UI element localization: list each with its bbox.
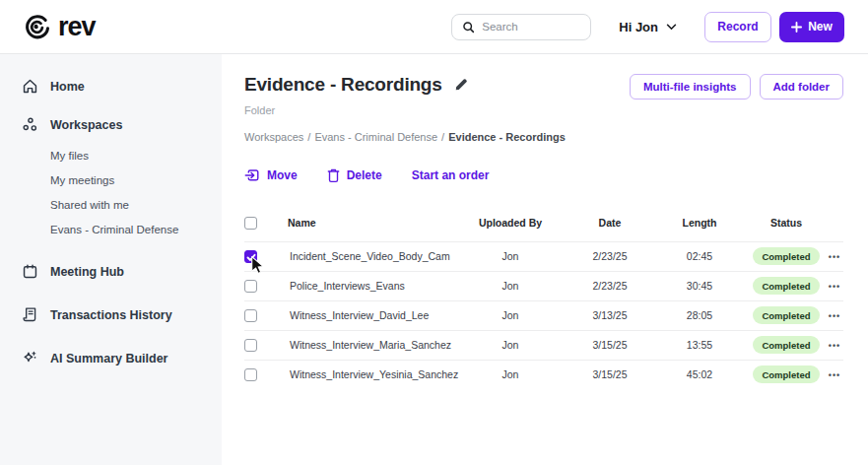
file-name[interactable]: Witness_Interview_David_Lee	[288, 300, 453, 330]
trash-icon	[326, 167, 341, 183]
move-label: Move	[267, 168, 298, 182]
status-badge: Completed	[753, 336, 819, 354]
delete-label: Delete	[347, 168, 382, 182]
row-menu-button[interactable]: •••	[829, 341, 840, 351]
column-header-uploaded-by[interactable]: Uploaded By	[453, 210, 568, 241]
breadcrumb-separator: /	[307, 131, 310, 143]
length: 28:05	[652, 300, 747, 330]
sidebar-item-my-meetings[interactable]: My meetings	[50, 167, 222, 192]
length: 02:45	[652, 241, 747, 271]
sparkles-icon	[22, 350, 38, 367]
column-header-name[interactable]: Name	[288, 210, 453, 241]
table-row: Incident_Scene_Video_Body_Cam Jon 2/23/2…	[244, 241, 843, 271]
sidebar-item-meeting-hub[interactable]: Meeting Hub	[22, 263, 222, 280]
sidebar-item-evans-criminal-defense[interactable]: Evans - Criminal Defense	[50, 217, 222, 241]
folder-subtitle: Folder	[244, 104, 566, 116]
rev-logo: rev	[24, 12, 96, 42]
row-checkbox[interactable]	[244, 339, 257, 352]
file-name[interactable]: Incident_Scene_Video_Body_Cam	[288, 241, 453, 271]
search-icon	[462, 21, 475, 33]
new-button-label: New	[808, 20, 833, 33]
select-all-checkbox[interactable]	[244, 217, 257, 230]
date: 2/23/25	[568, 241, 652, 271]
sidebar: Home Workspaces My files My meetings Sha…	[0, 54, 222, 465]
row-menu-button[interactable]: •••	[829, 282, 840, 292]
date: 3/13/25	[568, 300, 652, 330]
file-name[interactable]: Police_Interviews_Evans	[288, 271, 453, 300]
search-input[interactable]	[482, 21, 570, 33]
multi-file-insights-button[interactable]: Multi-file insights	[630, 74, 751, 100]
status-badge: Completed	[753, 365, 819, 383]
breadcrumb-separator: /	[441, 131, 444, 143]
sidebar-item-label: Transactions History	[50, 308, 172, 322]
sidebar-item-transactions-history[interactable]: Transactions History	[22, 306, 222, 323]
topbar: rev Hi Jon Record New	[0, 0, 868, 54]
sidebar-item-my-files[interactable]: My files	[50, 143, 222, 167]
recordings-table: Name Uploaded By Date Length Status	[244, 210, 843, 389]
file-name[interactable]: Witness_Interview_Yesinia_Sanchez	[288, 360, 453, 389]
table-row: Witness_Interview_David_Lee Jon 3/13/25 …	[244, 300, 843, 330]
file-name[interactable]: Witness_Interview_Maria_Sanchez	[288, 330, 453, 360]
sidebar-item-workspaces[interactable]: Workspaces	[22, 116, 222, 133]
calendar-icon	[22, 263, 38, 280]
column-header-date[interactable]: Date	[568, 210, 652, 241]
row-checkbox[interactable]	[244, 280, 257, 293]
table-row: Witness_Interview_Maria_Sanchez Jon 3/15…	[244, 330, 843, 360]
workspaces-sublist: My files My meetings Shared with me Evan…	[50, 143, 222, 241]
delete-button[interactable]: Delete	[326, 167, 382, 183]
sidebar-item-shared-with-me[interactable]: Shared with me	[50, 192, 222, 217]
table-row: Witness_Interview_Yesinia_Sanchez Jon 3/…	[244, 360, 843, 389]
breadcrumb: Workspaces/Evans - Criminal Defense/Evid…	[244, 131, 566, 143]
status-badge: Completed	[753, 306, 819, 324]
new-button[interactable]: New	[779, 12, 844, 42]
add-folder-button[interactable]: Add folder	[760, 74, 844, 100]
uploaded-by: Jon	[453, 241, 568, 271]
row-checkbox[interactable]	[244, 309, 257, 322]
logo-text: rev	[58, 12, 96, 42]
move-button[interactable]: Move	[244, 166, 298, 183]
row-menu-button[interactable]: •••	[829, 370, 840, 380]
toolbar: Move Delete Start an order	[244, 166, 843, 183]
uploaded-by: Jon	[453, 360, 568, 389]
chevron-down-icon	[666, 24, 677, 31]
search-box[interactable]	[451, 14, 591, 40]
column-header-status[interactable]: Status	[747, 210, 826, 241]
sidebar-item-label: AI Summary Builder	[50, 352, 167, 365]
date: 3/15/25	[568, 330, 652, 360]
uploaded-by: Jon	[453, 330, 568, 360]
row-menu-button[interactable]: •••	[829, 252, 840, 262]
column-header-length[interactable]: Length	[652, 210, 747, 241]
plus-icon	[791, 22, 802, 33]
row-menu-button[interactable]: •••	[829, 311, 840, 321]
sidebar-item-label: Meeting Hub	[50, 265, 124, 279]
workspaces-icon	[22, 116, 38, 133]
uploaded-by: Jon	[453, 300, 568, 330]
row-checkbox[interactable]	[244, 368, 257, 381]
page-title: Evidence - Recordings	[244, 74, 442, 96]
rev-logo-icon	[24, 13, 51, 40]
record-button[interactable]: Record	[704, 12, 771, 42]
uploaded-by: Jon	[453, 271, 568, 300]
status-badge: Completed	[753, 247, 819, 265]
breadcrumb-evans[interactable]: Evans - Criminal Defense	[314, 131, 437, 143]
move-icon	[244, 166, 261, 183]
sidebar-item-ai-summary-builder[interactable]: AI Summary Builder	[22, 350, 222, 367]
user-menu-label: Hi Jon	[619, 20, 658, 34]
user-menu[interactable]: Hi Jon	[619, 20, 677, 34]
date: 2/23/25	[568, 271, 652, 300]
length: 13:55	[652, 330, 747, 360]
breadcrumb-workspaces[interactable]: Workspaces	[244, 131, 303, 143]
sidebar-item-label: Workspaces	[50, 118, 122, 132]
main-content: Evidence - Recordings Folder Workspaces/…	[222, 54, 868, 465]
status-badge: Completed	[753, 277, 819, 295]
edit-title-icon[interactable]	[454, 78, 468, 92]
receipt-icon	[22, 306, 38, 323]
sidebar-item-label: Home	[50, 80, 85, 94]
sidebar-item-home[interactable]: Home	[22, 78, 222, 95]
row-checkbox[interactable]	[244, 250, 257, 263]
length: 45:02	[652, 360, 747, 389]
start-order-button[interactable]: Start an order	[412, 168, 490, 182]
breadcrumb-current: Evidence - Recordings	[448, 131, 566, 143]
date: 3/15/25	[568, 360, 652, 389]
table-row: Police_Interviews_Evans Jon 2/23/25 30:4…	[244, 271, 843, 300]
